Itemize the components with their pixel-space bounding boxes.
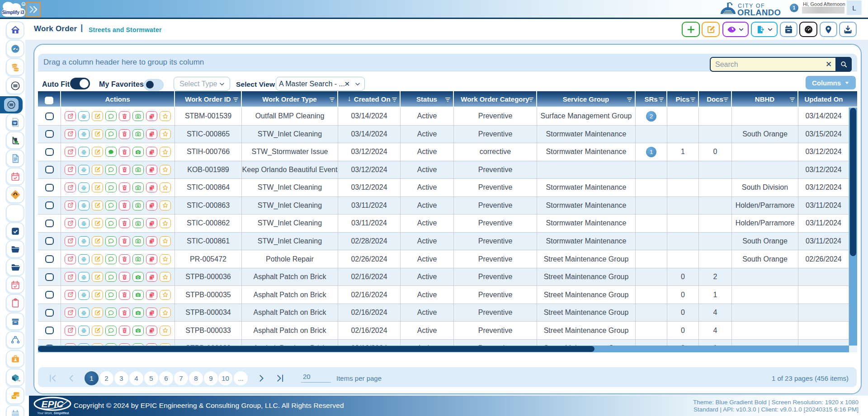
svg-text:Your Work, Simplified.: Your Work, Simplified. xyxy=(37,411,70,415)
svg-text:Simplify i3: Simplify i3 xyxy=(2,9,24,15)
svg-text:EPIC: EPIC xyxy=(41,399,64,409)
svg-text:W: W xyxy=(13,121,16,125)
svg-text:maps: maps xyxy=(17,380,20,382)
svg-text:ORLANDO: ORLANDO xyxy=(737,8,781,17)
svg-text:R: R xyxy=(23,3,24,6)
